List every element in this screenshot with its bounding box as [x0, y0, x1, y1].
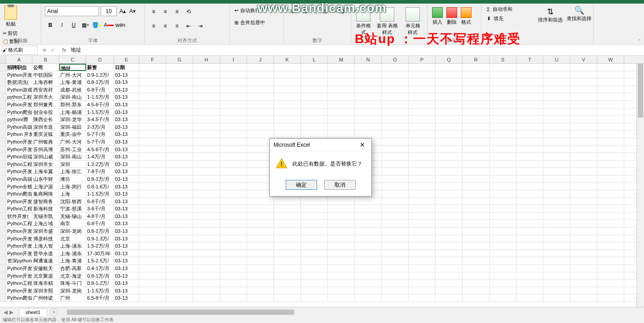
cell[interactable] [382, 109, 409, 116]
cell[interactable] [247, 279, 274, 287]
cell[interactable] [597, 205, 624, 212]
cell[interactable] [139, 190, 166, 197]
cell[interactable] [193, 93, 220, 100]
cell[interactable] [516, 205, 543, 212]
cell[interactable] [328, 205, 355, 212]
cell[interactable] [490, 213, 516, 220]
underline-button[interactable]: U [68, 20, 79, 31]
cell[interactable] [409, 213, 436, 220]
cell[interactable] [166, 153, 193, 160]
cell[interactable]: 03-13 [114, 79, 139, 86]
cell[interactable]: 0.8-1万/月 [86, 272, 114, 279]
cell[interactable] [328, 86, 355, 93]
cell[interactable] [355, 265, 382, 272]
cell[interactable] [328, 131, 355, 138]
cell[interactable] [436, 146, 463, 153]
cell[interactable] [355, 205, 382, 212]
align-middle-icon[interactable]: ≡ [160, 6, 171, 17]
cell[interactable] [355, 198, 382, 205]
cell[interactable] [247, 294, 274, 301]
cell[interactable] [409, 279, 436, 287]
cell[interactable] [193, 272, 220, 279]
cell[interactable] [409, 294, 436, 301]
fx-icon[interactable]: fx [59, 47, 69, 53]
cell[interactable]: 03-13 [114, 287, 139, 294]
column-header[interactable]: Q [436, 56, 463, 63]
cell[interactable]: 03-13 [114, 220, 139, 227]
cell[interactable] [463, 79, 490, 86]
cell[interactable] [490, 250, 516, 257]
cell[interactable] [166, 198, 193, 205]
cell[interactable] [382, 250, 409, 257]
cell[interactable] [516, 93, 543, 100]
cell[interactable] [274, 64, 301, 71]
cell[interactable]: 03-13 [114, 279, 139, 287]
cell[interactable] [139, 168, 166, 175]
cell[interactable] [490, 265, 516, 272]
cell[interactable] [490, 138, 516, 145]
cell[interactable] [516, 71, 543, 79]
cell[interactable] [328, 265, 355, 272]
cell[interactable] [543, 116, 570, 123]
cell[interactable] [516, 138, 543, 145]
cell[interactable]: 北京 [59, 235, 86, 242]
cell[interactable]: 沈阳-铁西 [59, 198, 86, 205]
cell[interactable] [490, 101, 516, 108]
cell[interactable] [139, 220, 166, 227]
cell[interactable] [409, 131, 436, 138]
cell[interactable] [139, 93, 166, 100]
cell[interactable] [193, 213, 220, 220]
cell[interactable] [193, 257, 220, 264]
cell[interactable]: Python开发 [6, 250, 32, 257]
cell[interactable] [570, 64, 597, 71]
column-header[interactable]: C [59, 56, 86, 63]
cell[interactable] [570, 265, 597, 272]
insert-cells-button[interactable]: 插入 [430, 4, 445, 38]
cell[interactable] [328, 227, 355, 235]
cell[interactable] [139, 71, 166, 79]
cell[interactable] [247, 242, 274, 249]
cell[interactable] [597, 161, 624, 168]
cell[interactable]: 1-1.5万/月 [86, 287, 114, 294]
cell[interactable] [301, 250, 328, 257]
cell[interactable] [436, 153, 463, 160]
cell[interactable] [516, 101, 543, 108]
cell[interactable] [193, 198, 220, 205]
cell[interactable] [247, 250, 274, 257]
cell[interactable] [436, 250, 463, 257]
italic-button[interactable]: I [57, 20, 67, 31]
cell[interactable] [193, 250, 220, 257]
cell[interactable] [193, 205, 220, 212]
cell[interactable] [139, 175, 166, 183]
cell[interactable]: 1.2-2万/月 [86, 161, 114, 168]
cell[interactable]: 03-13 [114, 146, 139, 153]
cell[interactable] [328, 101, 355, 108]
cell[interactable]: 03-13 [114, 93, 139, 100]
dialog-ok-button[interactable]: 确定 [286, 180, 317, 190]
cell[interactable] [597, 213, 624, 220]
cell[interactable] [382, 146, 409, 153]
cell[interactable] [166, 227, 193, 235]
cell[interactable] [382, 279, 409, 287]
cell[interactable] [436, 71, 463, 79]
cell[interactable] [516, 64, 543, 71]
cell[interactable] [490, 242, 516, 249]
cell[interactable]: 4.5-6千/月 [86, 101, 114, 108]
cell[interactable] [220, 183, 247, 190]
cell[interactable] [516, 198, 543, 205]
cell[interactable] [463, 153, 490, 160]
cell[interactable] [139, 287, 166, 294]
cell[interactable]: 深圳市造 [32, 123, 59, 131]
cell[interactable] [409, 168, 436, 175]
cell[interactable] [139, 183, 166, 190]
cell[interactable]: 中软国际 [32, 71, 59, 79]
cell[interactable] [463, 279, 490, 287]
cell[interactable] [166, 213, 193, 220]
cell[interactable] [570, 109, 597, 116]
cell[interactable]: 宁波-慈溪 [59, 205, 86, 212]
cell[interactable] [597, 175, 624, 183]
cell[interactable] [436, 93, 463, 100]
cell[interactable]: Python工程 [6, 161, 32, 168]
cell[interactable] [463, 64, 490, 71]
cell[interactable] [382, 198, 409, 205]
